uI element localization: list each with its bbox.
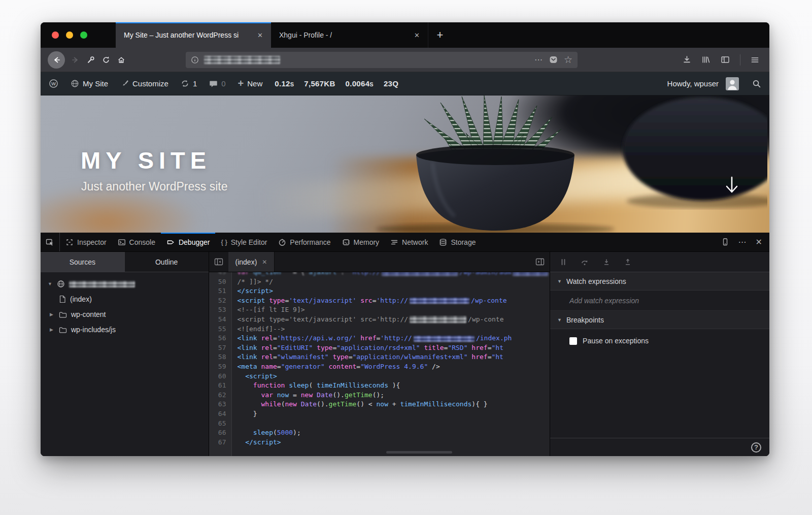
close-tab-icon[interactable]: ✕ (412, 30, 422, 40)
library-icon[interactable] (701, 55, 710, 64)
collapse-sources-panel-button[interactable] (209, 252, 228, 272)
debugger-panel: Sources Outline ▼ (index) ▶ wp-content (41, 252, 769, 456)
code-line[interactable]: 56<link rel='https://api.w.org/' href='h… (209, 334, 550, 343)
tab-storage[interactable]: Storage (433, 233, 481, 251)
code-line[interactable]: 60 <script> (209, 372, 550, 381)
source-folder-wp-includes[interactable]: ▶ wp-includes/js (41, 322, 209, 337)
breakpoints-header[interactable]: ▼ Breakpoints (550, 311, 769, 329)
responsive-design-icon[interactable] (721, 238, 729, 246)
pause-on-exceptions-row[interactable]: Pause on exceptions (550, 329, 769, 352)
node-picker-button[interactable] (41, 233, 60, 251)
devtools-menu-icon[interactable]: ⋯ (738, 238, 747, 246)
caret-right-icon[interactable]: ▶ (50, 327, 55, 332)
code-line[interactable]: 52<script type='text/javascript' src='ht… (209, 296, 550, 306)
editor-tab-index[interactable]: (index) ✕ (228, 252, 275, 272)
expand-panel-button[interactable] (530, 252, 550, 272)
site-info-icon[interactable] (191, 56, 199, 64)
sidebar-toggle-icon[interactable] (721, 55, 730, 64)
source-file-index[interactable]: (index) (41, 292, 209, 307)
site-title[interactable]: MY SITE (81, 146, 211, 174)
search-icon[interactable] (752, 79, 761, 88)
caret-down-icon[interactable]: ▼ (48, 281, 53, 286)
source-domain-row[interactable]: ▼ (41, 276, 209, 292)
code-line[interactable]: 51</script> (209, 286, 550, 296)
memory-icon (342, 238, 350, 246)
download-icon[interactable] (683, 55, 691, 64)
sources-panel: Sources Outline ▼ (index) ▶ wp-content (41, 252, 209, 456)
code-line[interactable]: 62 var now = new Date().getTime(); (209, 391, 550, 400)
tab-title: My Site – Just another WordPress si (124, 31, 239, 39)
user-avatar-icon (726, 77, 739, 90)
source-folder-wp-content[interactable]: ▶ wp-content (41, 307, 209, 322)
new-tab-button[interactable]: + (428, 22, 452, 48)
code-line[interactable]: 54<script type='text/javascript' src='ht… (209, 315, 550, 325)
minimize-window-button[interactable] (66, 31, 73, 39)
code-line[interactable]: 65 (209, 419, 550, 429)
tab-performance[interactable]: Performance (273, 233, 336, 251)
code-line[interactable]: 64 } (209, 409, 550, 419)
step-over-icon[interactable] (581, 259, 589, 266)
code-area[interactable]: 49var qm_l10n = { ajaxurl : 'http:///wp-… (209, 272, 550, 456)
forward-button[interactable] (68, 52, 83, 68)
reload-button[interactable] (98, 52, 114, 68)
tab-inspector[interactable]: Inspector (60, 233, 112, 251)
tab-network[interactable]: Network (385, 233, 433, 251)
pause-icon[interactable] (559, 259, 567, 266)
code-line[interactable]: 57<link rel="EditURI" type="application/… (209, 343, 550, 353)
code-line[interactable]: 53<!--[if lt IE 9]> (209, 305, 550, 315)
new-content-menu[interactable]: + New (238, 79, 263, 88)
watch-expressions-header[interactable]: ▼ Watch expressions (550, 272, 769, 291)
hamburger-menu-icon[interactable] (751, 56, 759, 64)
zoom-window-button[interactable] (80, 31, 87, 39)
debugger-icon (166, 238, 175, 246)
url-bar[interactable]: ⋯ ☆ (186, 52, 578, 68)
developer-tools-wrench-button[interactable] (83, 52, 98, 68)
step-out-icon[interactable] (624, 259, 632, 266)
tab-style-editor[interactable]: { } Style Editor (215, 233, 273, 251)
code-line[interactable]: 55<![endif]--> (209, 325, 550, 334)
code-line[interactable]: 49var qm_l10n = { ajaxurl : 'http:///wp-… (209, 272, 550, 277)
caret-right-icon[interactable]: ▶ (50, 312, 55, 317)
tab-sources[interactable]: Sources (41, 252, 124, 272)
tab-debugger[interactable]: Debugger (161, 233, 216, 251)
add-watch-expression-input[interactable]: Add watch expression (550, 291, 769, 311)
code-line[interactable]: 67 </script> (209, 438, 550, 447)
reload-icon (102, 56, 110, 64)
tab-memory[interactable]: Memory (336, 233, 385, 251)
code-line[interactable]: 58<link rel="wlwmanifest" type="applicat… (209, 352, 550, 362)
page-actions-icon[interactable]: ⋯ (534, 55, 543, 65)
horizontal-scrollbar[interactable] (386, 451, 452, 454)
redacted-url-text (414, 336, 475, 342)
tab-console[interactable]: Console (112, 233, 161, 251)
pocket-icon[interactable] (549, 55, 558, 64)
wp-logo-menu[interactable]: W (49, 79, 58, 88)
code-line[interactable]: 61 function sleep( timeInMilliseconds ){ (209, 381, 550, 391)
help-icon[interactable]: ? (751, 442, 761, 453)
code-line[interactable]: 59<meta name="generator" content="WordPr… (209, 362, 550, 372)
howdy-account-menu[interactable]: Howdy, wpuser (667, 79, 719, 88)
caret-down-icon: ▼ (557, 279, 562, 284)
code-line[interactable]: 50/* ]]> */ (209, 277, 550, 287)
pause-on-exceptions-checkbox[interactable] (569, 337, 577, 345)
step-in-icon[interactable] (602, 259, 611, 266)
avatar[interactable] (726, 77, 739, 90)
home-button[interactable] (114, 52, 129, 68)
close-devtools-icon[interactable]: ✕ (756, 238, 762, 246)
code-line[interactable]: 63 while(new Date().getTime() < now + ti… (209, 400, 550, 409)
customize-menu[interactable]: Customize (120, 79, 168, 88)
my-site-menu[interactable]: My Site (71, 79, 108, 88)
browser-tab-xhgui[interactable]: Xhgui - Profile - / ✕ (271, 22, 428, 48)
scroll-down-arrow-icon[interactable] (724, 175, 740, 197)
tab-outline[interactable]: Outline (124, 252, 209, 272)
comments-menu[interactable]: 0 (209, 79, 225, 88)
bookmark-star-icon[interactable]: ☆ (564, 55, 572, 65)
close-tab-icon[interactable]: ✕ (255, 30, 265, 40)
browser-tab-my-site[interactable]: My Site – Just another WordPress si ✕ (116, 22, 271, 48)
close-editor-tab-icon[interactable]: ✕ (262, 259, 267, 266)
close-window-button[interactable] (52, 31, 59, 39)
code-line[interactable]: 66 sleep(5000); (209, 428, 550, 438)
updates-menu[interactable]: 1 (181, 79, 197, 88)
query-monitor-stats[interactable]: 0.12s 7,567KB 0.0064s 23Q (275, 79, 398, 88)
browser-tab-bar: My Site – Just another WordPress si ✕ Xh… (41, 22, 769, 48)
back-button[interactable] (48, 51, 65, 69)
